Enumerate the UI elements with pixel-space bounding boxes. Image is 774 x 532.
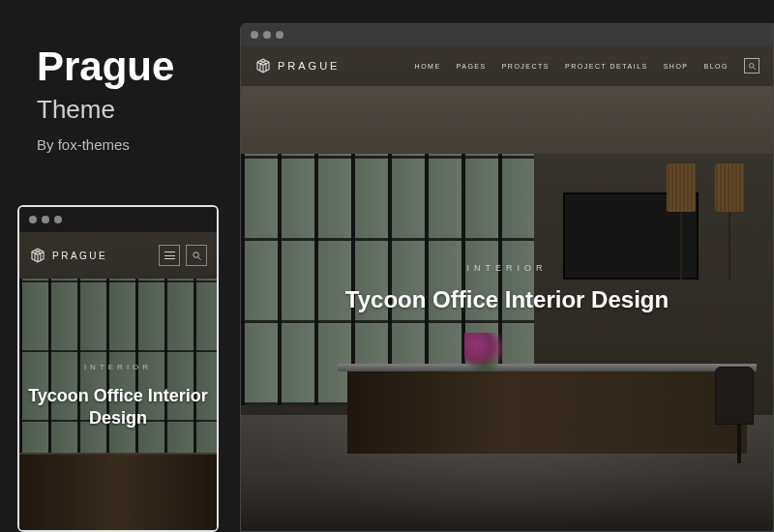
window-titlebar [241,24,773,45]
mobile-titlebar [19,207,217,232]
hamburger-icon [164,251,175,259]
mobile-hero-eyebrow: INTERIOR [27,363,209,371]
logo-icon [254,57,272,74]
desktop-hero: PRAGUE HOME PAGES PROJECTS PROJECT DETAI… [241,45,773,531]
mobile-hero-content: INTERIOR Tycoon Office Interior Design [19,363,217,429]
window-dot [29,216,37,223]
window-dot [54,216,62,223]
hero-content: INTERIOR Tycoon Office Interior Design [241,263,773,313]
mobile-brand-logo[interactable]: PRAGUE [29,247,107,264]
svg-point-2 [193,251,198,257]
desktop-preview-window: PRAGUE HOME PAGES PROJECTS PROJECT DETAI… [240,23,774,532]
window-dot [276,31,283,39]
theme-subtitle: Theme [37,95,174,125]
hero-title: Tycoon Office Interior Design [241,286,773,313]
search-button[interactable] [744,58,759,74]
mobile-nav: PRAGUE [19,232,217,279]
window-dot [251,31,258,39]
hero-eyebrow: INTERIOR [241,263,773,273]
search-icon [748,62,757,71]
brand-logo[interactable]: PRAGUE [254,57,340,74]
nav-projects[interactable]: PROJECTS [502,63,550,70]
mobile-search-button[interactable] [186,245,207,266]
nav-blog[interactable]: BLOG [704,63,729,70]
mobile-hero-title: Tycoon Office Interior Design [27,385,209,429]
nav-home[interactable]: HOME [415,63,441,70]
mobile-preview-window: PRAGUE INTERIOR Tycoon Office Interior D… [17,205,219,532]
svg-point-0 [749,63,754,68]
nav-pages[interactable]: PAGES [457,63,487,70]
main-nav: PRAGUE HOME PAGES PROJECTS PROJECT DETAI… [241,45,773,86]
nav-project-details[interactable]: PROJECT DETAILS [565,63,648,70]
svg-line-3 [197,256,200,259]
theme-info: Prague Theme By fox-themes [37,46,174,153]
mobile-hero: PRAGUE INTERIOR Tycoon Office Interior D… [19,232,217,530]
logo-icon [29,247,46,264]
theme-title: Prague [37,46,174,87]
window-dot [263,31,271,39]
search-icon [192,251,202,261]
svg-line-1 [753,67,755,69]
theme-author: By fox-themes [37,136,174,153]
mobile-menu-button[interactable] [159,245,180,266]
nav-shop[interactable]: SHOP [664,63,689,70]
window-dot [42,216,49,223]
logo-text: PRAGUE [278,60,340,72]
mobile-logo-text: PRAGUE [52,251,107,261]
nav-menu: HOME PAGES PROJECTS PROJECT DETAILS SHOP… [415,58,759,74]
